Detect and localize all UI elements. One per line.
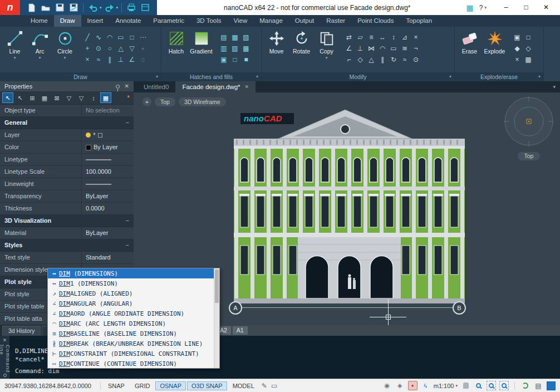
status-toggle-o3d-snap[interactable]: O3D SNAP — [187, 381, 227, 390]
marquee-select-icon[interactable]: ⊞ — [27, 92, 38, 103]
properties-section-styles[interactable]: Styles− — [0, 239, 134, 252]
plot-icon[interactable] — [139, 2, 151, 14]
layer-on-bulb-icon[interactable] — [86, 133, 91, 138]
ribbon-tool-icon[interactable]: ◦ — [137, 43, 149, 54]
ribbon-tab-output[interactable]: Output — [289, 15, 321, 27]
pin-icon[interactable] — [116, 85, 120, 89]
ribbon-tool-icon[interactable]: × — [410, 32, 421, 43]
ribbon-tool-icon[interactable]: △ — [366, 54, 377, 65]
properties-section-3d-visualization[interactable]: 3D Visualization− — [0, 215, 134, 227]
ribbon-tool-icon[interactable]: □ — [229, 54, 240, 65]
screen-icon[interactable]: ▭ — [269, 382, 279, 390]
ribbon-tool-icon[interactable]: ∥ — [104, 54, 115, 65]
ribbon-tool-icon[interactable]: ↔ — [377, 32, 388, 43]
ribbon-tab-draw[interactable]: Draw — [54, 15, 81, 27]
copy-button[interactable]: Copy▾ — [314, 27, 339, 60]
properties-section-general[interactable]: General− — [0, 117, 134, 129]
panel-expand-icon[interactable]: ▾ — [449, 72, 451, 81]
ribbon-tool-icon[interactable]: ◌ — [137, 54, 149, 65]
property-value[interactable]: ByLayer — [82, 227, 134, 239]
cycle-select-icon[interactable]: ↕ — [88, 92, 99, 103]
add-viewport-button[interactable]: + — [143, 97, 151, 106]
command-suggestion-dim[interactable]: ↔DIM (DIMENSIONS) — [48, 268, 214, 278]
ribbon-tool-icon[interactable]: ⇄ — [343, 32, 355, 43]
status-toggle-osnap[interactable]: OSNAP — [155, 381, 186, 390]
collapse-icon[interactable]: − — [126, 215, 129, 227]
ribbon-tool-icon[interactable]: ○ — [104, 43, 115, 54]
ribbon-tool-icon[interactable]: ¬ — [410, 43, 421, 54]
pan-icon[interactable] — [461, 381, 470, 390]
notes-pencil-icon[interactable]: ✎ — [259, 382, 269, 390]
ribbon-tab-raster[interactable]: Raster — [320, 15, 351, 27]
property-value[interactable] — [82, 154, 134, 165]
command-suggestion-dimaligned[interactable]: ↗DIMALIGNED (ALIGNED) — [48, 288, 214, 298]
collapse-icon[interactable]: − — [126, 117, 129, 129]
arc-button[interactable]: Arc▾ — [27, 27, 52, 60]
ribbon-tool-icon[interactable]: ⊿ — [399, 32, 410, 43]
command-suggestion-dimcontinue[interactable]: ↦DIMCONTINUE (CONTINUE DIMENSION) — [48, 359, 214, 368]
ribbon-tab-topoplan[interactable]: Topoplan — [400, 15, 438, 27]
close-tab-icon[interactable]: ✕ — [245, 81, 249, 92]
ribbon-tool-icon[interactable]: □ — [126, 32, 137, 43]
ribbon-tool-icon[interactable]: ◇ — [355, 54, 366, 65]
ribbon-tool-icon[interactable]: ≋ — [399, 43, 410, 54]
regen-icon[interactable] — [520, 381, 530, 390]
open-file-icon[interactable] — [40, 2, 52, 14]
redo-icon[interactable] — [104, 2, 116, 14]
ribbon-tool-icon[interactable]: □ — [523, 32, 534, 43]
layout-tab-a1[interactable]: A1 — [233, 326, 248, 335]
ribbon-tab-insert[interactable]: Insert — [81, 15, 110, 27]
close-icon[interactable]: ✕ — [3, 337, 7, 343]
constraints-icon[interactable]: ϟ — [421, 381, 430, 390]
ribbon-tool-icon[interactable]: ▨ — [229, 43, 240, 54]
circle-button[interactable]: Circle▾ — [52, 27, 77, 60]
ribbon-tool-icon[interactable]: ▦ — [523, 54, 534, 65]
compass-icon[interactable] — [502, 95, 556, 148]
ribbon-tool-icon[interactable]: ▭ — [115, 32, 126, 43]
nanocad-logo-icon[interactable]: n — [0, 0, 20, 15]
command-suggestion-dimconstraint[interactable]: ⊢DIMCONSTRAINT (DIMENSIONAL CONSTRAINT) — [48, 349, 214, 359]
ribbon-tool-icon[interactable]: ◇ — [523, 43, 534, 54]
rotate-button[interactable]: Rotate — [289, 27, 314, 60]
command-suggestion-dimarc[interactable]: ◠DIMARC (ARC LENGTH DIMENSION) — [48, 318, 214, 329]
explode-button[interactable]: Explode — [482, 27, 507, 60]
line-button[interactable]: Line▾ — [2, 27, 27, 60]
property-value[interactable]: * — [82, 129, 134, 141]
zoom-icon[interactable] — [474, 381, 483, 390]
ribbon-tab-parametric[interactable]: Parametric — [147, 15, 190, 27]
view-compass[interactable]: Top — [502, 95, 556, 160]
panel-toggle-icon[interactable] — [547, 381, 556, 390]
ribbon-tool-icon[interactable]: ◠ — [104, 32, 115, 43]
print-icon[interactable] — [125, 2, 137, 14]
ribbon-tool-icon[interactable]: ∠ — [126, 54, 137, 65]
section-line[interactable] — [235, 307, 459, 308]
zoom-extents-icon[interactable] — [499, 381, 509, 390]
scale-select[interactable]: m1:100▾ — [434, 383, 458, 389]
ribbon-tool-icon[interactable]: ≡ — [366, 32, 377, 43]
pin-icon[interactable] — [3, 374, 7, 377]
ribbon-tab-annotate[interactable]: Annotate — [109, 15, 147, 27]
zoom-window-icon[interactable] — [487, 381, 496, 390]
command-suggestion-dim1[interactable]: ↔DIM1 (DIMENSION) — [48, 278, 214, 288]
property-value[interactable]: By Layer — [82, 141, 134, 153]
close-icon[interactable]: ✕ — [125, 81, 129, 91]
panel-expand-icon[interactable]: ▾ — [156, 72, 158, 81]
ribbon-tab-point-clouds[interactable]: Point Clouds — [351, 15, 400, 27]
new-file-icon[interactable] — [26, 2, 38, 14]
gradient-button[interactable]: Gradient — [189, 27, 214, 60]
ribbon-tool-icon[interactable]: ⋈ — [366, 43, 377, 54]
filter-icon[interactable]: ▽ — [63, 92, 75, 103]
ribbon-tool-icon[interactable]: ⊙ — [93, 43, 104, 54]
tab-list-icon[interactable]: ▾ — [553, 81, 556, 92]
properties-header[interactable]: Properties ✕ — [0, 81, 134, 91]
section-marker-a[interactable]: A — [229, 301, 242, 315]
crossing-select-icon[interactable]: ⊠ — [51, 92, 62, 103]
panel-expand-icon[interactable]: ▾ — [256, 72, 258, 81]
ribbon-tool-icon[interactable]: ≈ — [399, 54, 410, 65]
ribbon-tool-icon[interactable]: ∥ — [377, 54, 388, 65]
ribbon-tool-icon[interactable]: ▩ — [240, 43, 252, 54]
ribbon-tab-3d-tools[interactable]: 3D Tools — [190, 15, 228, 27]
ribbon-tab-view[interactable]: View — [228, 15, 254, 27]
ribbon-tool-icon[interactable]: ∠ — [343, 43, 355, 54]
ribbon-tool-icon[interactable]: ▣ — [512, 32, 523, 43]
